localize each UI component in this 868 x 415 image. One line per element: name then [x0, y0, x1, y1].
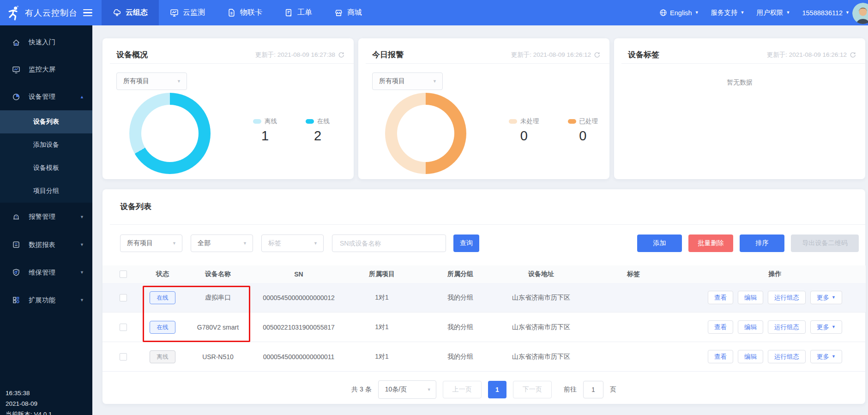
view-button[interactable]: 查看 — [708, 320, 733, 334]
nav-tab-scada[interactable]: 云组态 — [102, 0, 159, 25]
card-title: 今日报警 — [372, 49, 404, 60]
language-selector[interactable]: English ▼ — [659, 9, 699, 17]
chevron-down-icon: ▼ — [832, 355, 836, 359]
batch-delete-button[interactable]: 批量删除 — [688, 235, 733, 252]
refresh-icon[interactable] — [594, 52, 600, 58]
chevron-down-icon: ▼ — [845, 11, 850, 15]
col-device-name: 设备名称 — [181, 265, 255, 283]
edit-button[interactable]: 编辑 — [738, 320, 763, 334]
handled-count: 0 — [568, 128, 598, 144]
sidebar-collapse-icon[interactable] — [83, 7, 92, 18]
legend-swatch-unhandled — [509, 119, 517, 124]
prev-page-button[interactable]: 上一页 — [443, 381, 482, 398]
device-tag — [583, 313, 684, 342]
chevron-down-icon: ▼ — [80, 215, 84, 219]
refresh-icon[interactable] — [338, 52, 344, 58]
row-checkbox[interactable] — [120, 324, 127, 331]
goto-page-input[interactable] — [583, 381, 603, 398]
select-all-checkbox[interactable] — [120, 271, 127, 278]
sidebar-item-extensions[interactable]: 扩展功能 ▼ — [0, 286, 92, 314]
view-button[interactable]: 查看 — [708, 291, 733, 304]
status-filter-select[interactable]: 全部 ▼ — [191, 235, 253, 252]
chevron-down-icon: ▼ — [433, 79, 437, 84]
project-filter-select[interactable]: 所有项目 ▼ — [120, 235, 182, 252]
sidebar-footer: 16:35:38 2021-08-09 当前版本: V4.0.1 — [6, 388, 52, 415]
more-button[interactable]: 更多 ▼ — [810, 291, 842, 304]
sn-search-input[interactable] — [339, 239, 439, 247]
device-project: 1对1 — [343, 313, 421, 342]
col-status: 状态 — [144, 265, 181, 283]
device-table: 状态 设备名称 SN 所属项目 所属分组 设备地址 标签 操作 在线 虚拟串口 … — [102, 265, 866, 372]
nav-tab-work-order[interactable]: 工单 — [273, 0, 323, 25]
sidebar-item-maintenance[interactable]: 维保管理 ▼ — [0, 259, 92, 286]
sidebar-item-add-device[interactable]: 添加设备 — [0, 133, 92, 156]
chevron-up-icon: ▲ — [80, 95, 84, 99]
page-size-select[interactable]: 10条/页 ▼ — [378, 380, 436, 399]
run-scada-button[interactable]: 运行组态 — [768, 320, 806, 334]
device-name: USR-N510 — [181, 342, 255, 372]
legend-swatch-online — [306, 119, 314, 124]
project-filter-select[interactable]: 所有项目 ▼ — [372, 72, 443, 90]
primary-nav: 云组态 云监测 物联卡 工单 — [102, 0, 373, 25]
support-menu[interactable]: 服务支持 ▼ — [711, 8, 745, 17]
no-data-text: 暂无数据 — [614, 78, 865, 87]
sidebar-item-device-template[interactable]: 设备模板 — [0, 156, 92, 180]
user-avatar[interactable] — [852, 3, 868, 24]
device-sn: 00500221031900055817 — [255, 313, 343, 342]
device-tag — [583, 283, 684, 313]
online-count: 2 — [306, 128, 330, 144]
view-button[interactable]: 查看 — [708, 350, 733, 363]
device-tags-card: 设备标签 更新于: 2021-08-09 16:26:12 暂无数据 — [614, 38, 865, 179]
edit-button[interactable]: 编辑 — [738, 350, 763, 363]
sidebar-item-project-group[interactable]: 项目分组 — [0, 180, 92, 203]
tag-filter-select[interactable]: 标签 ▼ — [261, 235, 324, 252]
col-operations: 操作 — [684, 265, 866, 283]
sidebar-item-data-report[interactable]: 数据报表 ▼ — [0, 231, 92, 259]
unhandled-count: 0 — [509, 128, 539, 144]
device-project: 1对1 — [343, 342, 421, 372]
table-actions: 添加 批量删除 排序 导出设备二维码 — [637, 235, 859, 252]
add-device-button[interactable]: 添加 — [637, 235, 682, 252]
current-page[interactable]: 1 — [488, 381, 506, 398]
sidebar-item-quick-start[interactable]: 快速入门 — [0, 29, 92, 56]
query-button[interactable]: 查询 — [453, 235, 479, 252]
chevron-down-icon: ▼ — [786, 11, 790, 15]
sidebar-item-device-management[interactable]: 设备管理 ▲ — [0, 83, 92, 110]
next-page-button[interactable]: 下一页 — [513, 381, 552, 398]
main-content: 设备概况 更新于: 2021-08-09 16:27:38 所有项目 ▼ — [92, 25, 868, 415]
offline-count: 1 — [253, 128, 277, 144]
status-badge: 在线 — [150, 321, 175, 334]
device-address: 山东省济南市历下区 — [500, 283, 583, 313]
chevron-down-icon: ▼ — [741, 11, 745, 15]
refresh-icon[interactable] — [850, 52, 856, 58]
project-filter-select[interactable]: 所有项目 ▼ — [116, 72, 187, 90]
sort-button[interactable]: 排序 — [740, 235, 784, 252]
sidebar-item-device-list[interactable]: 设备列表 — [0, 110, 92, 133]
nav-tab-mall[interactable]: 商城 — [323, 0, 373, 25]
device-tag — [583, 342, 684, 372]
usr-runner-logo-icon — [6, 5, 20, 21]
row-checkbox[interactable] — [120, 294, 127, 301]
sidebar-item-alarm-management[interactable]: 报警管理 ▼ — [0, 203, 92, 231]
run-scada-button[interactable]: 运行组态 — [768, 291, 806, 304]
extensions-grid-icon — [12, 296, 21, 304]
sidebar-item-monitor-screen[interactable]: 监控大屏 — [0, 56, 92, 83]
total-count: 共 3 条 — [351, 385, 372, 394]
nav-tab-monitoring[interactable]: 云监测 — [159, 0, 216, 25]
more-button[interactable]: 更多 ▼ — [810, 350, 842, 363]
export-qr-button[interactable]: 导出设备二维码 — [791, 235, 859, 252]
updated-at-text: 更新于: 2021-08-09 16:27:38 — [255, 51, 335, 59]
nav-tab-iot-card[interactable]: 物联卡 — [216, 0, 273, 25]
device-project: 1对1 — [343, 283, 421, 313]
edit-button[interactable]: 编辑 — [738, 291, 763, 304]
account-menu[interactable]: 15588836112 ▼ — [802, 9, 850, 17]
run-scada-button[interactable]: 运行组态 — [768, 350, 806, 363]
more-button[interactable]: 更多 ▼ — [810, 320, 842, 334]
device-group: 我的分组 — [421, 342, 500, 372]
permissions-menu[interactable]: 用户权限 ▼ — [757, 8, 790, 17]
cloud-monitor-icon — [170, 8, 179, 17]
today-alarms-card: 今日报警 更新于: 2021-08-09 16:26:12 所有项目 ▼ — [358, 38, 609, 179]
row-checkbox[interactable] — [120, 353, 127, 361]
chevron-down-icon: ▼ — [832, 325, 836, 329]
alarm-status-legend: 未处理 0 已处理 0 — [509, 117, 598, 144]
